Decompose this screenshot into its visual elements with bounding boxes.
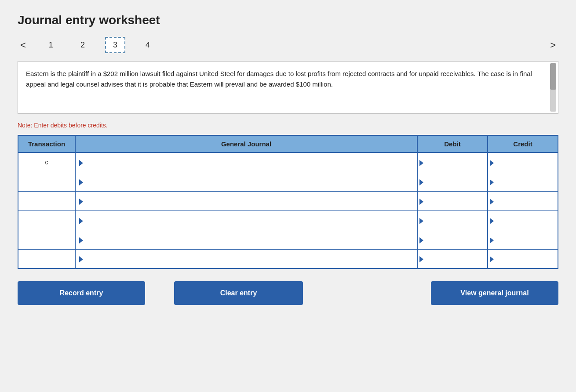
table-row [18, 230, 558, 249]
col-header-debit: Debit [417, 135, 488, 152]
table-row [18, 211, 558, 230]
transaction-cell [18, 230, 75, 249]
debit-cell[interactable] [417, 211, 488, 230]
credit-cell[interactable] [488, 211, 558, 230]
tri-indicator-icon [79, 218, 83, 224]
tri-indicator-icon [79, 199, 83, 205]
col-header-credit: Credit [488, 135, 558, 152]
tri-indicator-icon [490, 179, 494, 185]
transaction-cell: c [18, 152, 75, 172]
journal-cell[interactable] [75, 211, 417, 230]
tab-1[interactable]: 1 [42, 38, 60, 52]
tab-3[interactable]: 3 [105, 37, 125, 53]
debit-cell[interactable] [417, 172, 488, 191]
tri-indicator-icon [419, 160, 423, 166]
scrollbar-thumb[interactable] [550, 63, 556, 90]
tab-navigation: < 1 2 3 4 > [18, 37, 558, 53]
tri-indicator-icon [79, 256, 83, 262]
tri-indicator-icon [79, 160, 83, 166]
journal-cell[interactable] [75, 249, 417, 269]
credit-cell[interactable] [488, 172, 558, 191]
table-row [18, 191, 558, 211]
tri-indicator-icon [419, 256, 423, 262]
tri-indicator-icon [419, 237, 423, 243]
table-row: c [18, 152, 558, 172]
bottom-buttons: Record entry Clear entry View general jo… [18, 281, 558, 305]
transaction-cell [18, 249, 75, 269]
tri-indicator-icon [490, 199, 494, 205]
debit-cell[interactable] [417, 152, 488, 172]
credit-cell[interactable] [488, 230, 558, 249]
col-header-transaction: Transaction [18, 135, 75, 152]
transaction-cell [18, 191, 75, 211]
tri-indicator-icon [490, 237, 494, 243]
page-title: Journal entry worksheet [18, 13, 558, 27]
tab-4[interactable]: 4 [139, 38, 157, 52]
journal-cell[interactable] [75, 172, 417, 191]
tri-indicator-icon [490, 160, 494, 166]
journal-cell[interactable] [75, 191, 417, 211]
clear-entry-button[interactable]: Clear entry [174, 281, 303, 305]
debit-cell[interactable] [417, 230, 488, 249]
tab-2[interactable]: 2 [73, 38, 92, 52]
journal-table: Transaction General Journal Debit Credit… [18, 135, 558, 269]
view-general-journal-button[interactable]: View general journal [431, 281, 558, 305]
debit-cell[interactable] [417, 249, 488, 269]
table-row [18, 249, 558, 269]
debit-cell[interactable] [417, 191, 488, 211]
tri-indicator-icon [79, 179, 83, 185]
tri-indicator-icon [419, 179, 423, 185]
record-entry-button[interactable]: Record entry [18, 281, 145, 305]
tri-indicator-icon [419, 199, 423, 205]
credit-cell[interactable] [488, 152, 558, 172]
credit-cell[interactable] [488, 249, 558, 269]
next-arrow[interactable]: > [547, 39, 558, 52]
prev-arrow[interactable]: < [18, 39, 29, 52]
tri-indicator-icon [79, 237, 83, 243]
tri-indicator-icon [419, 218, 423, 224]
transaction-cell [18, 172, 75, 191]
journal-cell[interactable] [75, 152, 417, 172]
transaction-cell [18, 211, 75, 230]
note-text: Note: Enter debits before credits. [18, 122, 558, 129]
credit-cell[interactable] [488, 191, 558, 211]
table-row [18, 172, 558, 191]
description-box: Eastern is the plaintiff in a $202 milli… [18, 61, 558, 114]
scrollbar[interactable] [550, 63, 556, 112]
page-container: Journal entry worksheet < 1 2 3 4 > East… [0, 0, 576, 392]
description-text: Eastern is the plaintiff in a $202 milli… [26, 70, 532, 88]
journal-cell[interactable] [75, 230, 417, 249]
tri-indicator-icon [490, 256, 494, 262]
col-header-general-journal: General Journal [75, 135, 417, 152]
tri-indicator-icon [490, 218, 494, 224]
